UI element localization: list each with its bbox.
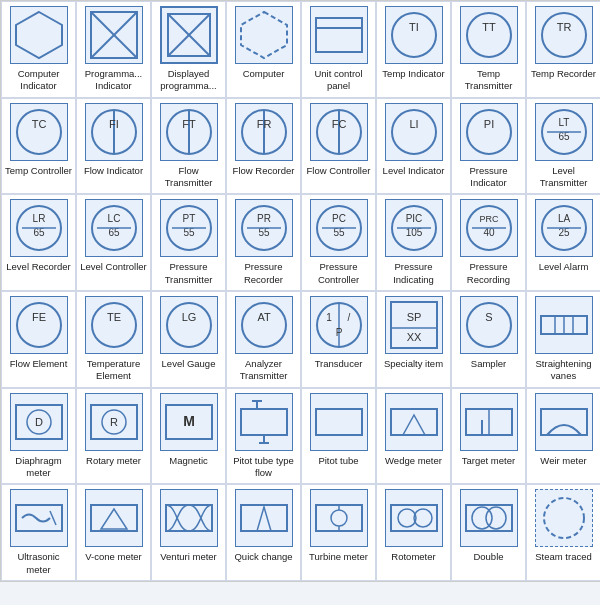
- svg-text:FE: FE: [31, 311, 45, 323]
- label-v-cone-meter: V-cone meter: [85, 551, 142, 563]
- svg-text:D: D: [35, 416, 43, 428]
- svg-text:/: /: [347, 312, 350, 323]
- svg-text:FR: FR: [256, 118, 271, 130]
- symbol-rotometer: [385, 489, 443, 547]
- label-temp-controller: Temp Controller: [5, 165, 72, 177]
- cell-computer-indicator: Computer Indicator: [1, 1, 76, 98]
- symbol-turbine-meter: [310, 489, 368, 547]
- cell-level-recorder: LR 65 Level Recorder: [1, 194, 76, 291]
- cell-weir-meter: Weir meter: [526, 388, 600, 485]
- label-transducer: Transducer: [315, 358, 363, 370]
- svg-point-70: [17, 303, 61, 347]
- cell-wedge-meter: Wedge meter: [376, 388, 451, 485]
- cell-pressure-indicator: PI Pressure Indicator: [451, 98, 526, 195]
- svg-text:LR: LR: [32, 213, 45, 224]
- svg-text:FT: FT: [182, 118, 196, 130]
- symbol-pitot-tube: [310, 393, 368, 451]
- svg-text:PC: PC: [332, 213, 346, 224]
- instrument-symbol-grid: Computer Indicator Programma... Indicato…: [0, 0, 600, 582]
- cell-pressure-indicating: PIC 105 Pressure Indicating: [376, 194, 451, 291]
- symbol-v-cone-meter: [85, 489, 143, 547]
- cell-flow-element: FE Flow Element: [1, 291, 76, 388]
- svg-text:LI: LI: [409, 118, 418, 130]
- symbol-computer: [235, 6, 293, 64]
- label-temp-indicator: Temp Indicator: [382, 68, 444, 80]
- cell-steam-traced: Steam traced: [526, 484, 600, 581]
- symbol-pressure-transmitter: PT 55: [160, 199, 218, 257]
- label-temp-transmitter: Temp Transmitter: [454, 68, 523, 93]
- label-pressure-indicating: Pressure Indicating: [379, 261, 448, 286]
- symbol-temp-controller: TC: [10, 103, 68, 161]
- cell-flow-transmitter: FT Flow Transmitter: [151, 98, 226, 195]
- symbol-magnetic: M: [160, 393, 218, 451]
- cell-unit-control-panel: Unit control panel: [301, 1, 376, 98]
- svg-text:PR: PR: [257, 213, 271, 224]
- cell-rotary-meter: R Rotary meter: [76, 388, 151, 485]
- label-flow-recorder: Flow Recorder: [233, 165, 295, 177]
- label-level-controller: Level Controller: [80, 261, 147, 273]
- svg-point-12: [467, 13, 511, 57]
- label-unit-control-panel: Unit control panel: [304, 68, 373, 93]
- svg-point-121: [331, 510, 347, 526]
- svg-text:1: 1: [326, 312, 332, 323]
- cell-pressure-recording: PRC 40 Pressure Recording: [451, 194, 526, 291]
- svg-marker-7: [241, 12, 287, 58]
- symbol-target-meter: [460, 393, 518, 451]
- cell-level-transmitter: LT 65 Level Transmitter: [526, 98, 600, 195]
- svg-text:TR: TR: [556, 21, 571, 33]
- svg-marker-119: [257, 507, 271, 531]
- symbol-flow-element: FE: [10, 296, 68, 354]
- svg-text:TT: TT: [482, 21, 496, 33]
- svg-point-76: [242, 303, 286, 347]
- label-straightening-vanes: Straightening vanes: [529, 358, 598, 383]
- label-specialty-item: Specialty item: [384, 358, 443, 370]
- cell-magnetic: M Magnetic: [151, 388, 226, 485]
- svg-rect-107: [391, 409, 437, 435]
- cell-temp-indicator: TI Temp Indicator: [376, 1, 451, 98]
- svg-point-16: [17, 110, 61, 154]
- symbol-transducer: 1 / P: [310, 296, 368, 354]
- cell-v-cone-meter: V-cone meter: [76, 484, 151, 581]
- symbol-displayed-programmable: [160, 6, 218, 64]
- symbol-temperature-element: TE: [85, 296, 143, 354]
- symbol-pressure-indicator: PI: [460, 103, 518, 161]
- svg-text:TE: TE: [106, 311, 120, 323]
- symbol-ultrasonic-meter: [10, 489, 68, 547]
- cell-temp-transmitter: TT Temp Transmitter: [451, 1, 526, 98]
- symbol-temp-recorder: TR: [535, 6, 593, 64]
- cell-level-gauge: LG Level Gauge: [151, 291, 226, 388]
- symbol-unit-control-panel: [310, 6, 368, 64]
- svg-text:M: M: [183, 413, 195, 429]
- label-steam-traced: Steam traced: [535, 551, 592, 563]
- cell-level-controller: LC 65 Level Controller: [76, 194, 151, 291]
- cell-target-meter: Target meter: [451, 388, 526, 485]
- symbol-temp-indicator: TI: [385, 6, 443, 64]
- cell-pressure-transmitter: PT 55 Pressure Transmitter: [151, 194, 226, 291]
- cell-ultrasonic-meter: Ultrasonic meter: [1, 484, 76, 581]
- label-venturi-meter: Venturi meter: [160, 551, 217, 563]
- cell-specialty-item: SP XX Specialty item: [376, 291, 451, 388]
- symbol-flow-controller: FC: [310, 103, 368, 161]
- svg-text:LA: LA: [557, 213, 570, 224]
- svg-text:PRC: PRC: [479, 214, 499, 224]
- svg-point-87: [467, 303, 511, 347]
- svg-text:PIC: PIC: [405, 213, 422, 224]
- cell-temp-controller: TC Temp Controller: [1, 98, 76, 195]
- label-sampler: Sampler: [471, 358, 506, 370]
- symbol-flow-transmitter: FT: [160, 103, 218, 161]
- label-rotometer: Rotometer: [391, 551, 435, 563]
- symbol-weir-meter: [535, 393, 593, 451]
- cell-rotometer: Rotometer: [376, 484, 451, 581]
- svg-point-10: [392, 13, 436, 57]
- cell-flow-indicator: FI Flow Indicator: [76, 98, 151, 195]
- cell-temperature-element: TE Temperature Element: [76, 291, 151, 388]
- label-target-meter: Target meter: [462, 455, 515, 467]
- svg-rect-127: [466, 505, 512, 531]
- symbol-level-alarm: LA 25: [535, 199, 593, 257]
- label-displayed-programmable: Displayed programma...: [154, 68, 223, 93]
- svg-text:LC: LC: [107, 213, 120, 224]
- cell-level-alarm: LA 25 Level Alarm: [526, 194, 600, 291]
- label-level-gauge: Level Gauge: [162, 358, 216, 370]
- symbol-double: [460, 489, 518, 547]
- label-pressure-recorder: Pressure Recorder: [229, 261, 298, 286]
